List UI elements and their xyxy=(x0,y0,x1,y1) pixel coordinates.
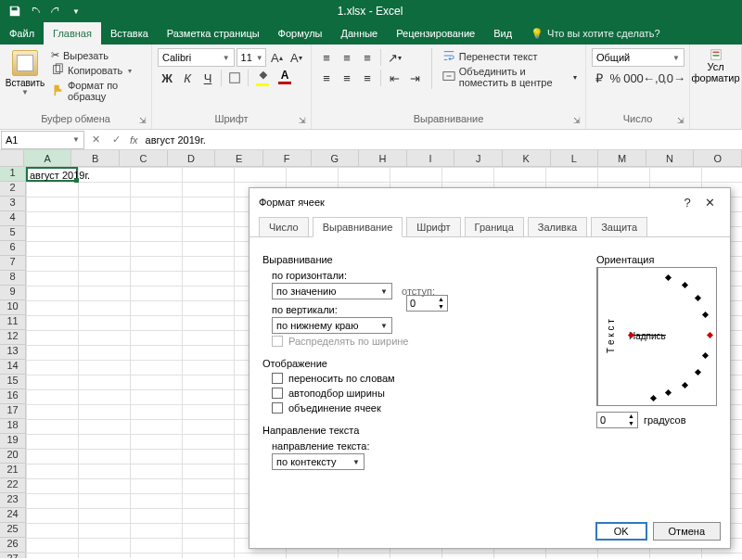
close-button[interactable]: ✕ xyxy=(698,196,721,210)
cancel-edit-icon[interactable]: ✕ xyxy=(85,134,106,146)
row-header[interactable]: 24 xyxy=(0,508,26,523)
align-middle-button[interactable]: ≡ xyxy=(338,48,356,67)
orientation-vertical-text[interactable]: Т е к с т xyxy=(597,268,623,405)
row-header[interactable]: 25 xyxy=(0,523,26,538)
row-header[interactable]: 1 xyxy=(0,167,26,182)
formula-input[interactable] xyxy=(142,134,742,146)
tab-font[interactable]: Шрифт xyxy=(406,217,460,237)
customize-qat-icon[interactable]: ▼ xyxy=(67,3,85,19)
bold-button[interactable]: Ж xyxy=(158,69,176,87)
increase-decimal-button[interactable]: ←,0 xyxy=(645,69,663,87)
col-header-o[interactable]: O xyxy=(694,150,742,166)
tab-file[interactable]: Файл xyxy=(0,22,44,45)
row-header[interactable]: 12 xyxy=(0,330,26,345)
tab-review[interactable]: Рецензирование xyxy=(387,22,484,45)
row-header[interactable]: 11 xyxy=(0,315,26,330)
spin-up-icon[interactable]: ▲ xyxy=(625,413,637,420)
row-header[interactable]: 16 xyxy=(0,389,26,404)
row-header[interactable]: 19 xyxy=(0,434,26,449)
col-header-f[interactable]: F xyxy=(263,150,312,166)
percent-format-button[interactable]: % xyxy=(608,69,623,87)
row-header[interactable]: 22 xyxy=(0,478,26,493)
font-dialog-launcher[interactable]: ⇲ xyxy=(297,115,308,126)
increase-indent-button[interactable]: ⇥ xyxy=(405,69,424,87)
paste-button[interactable]: Вставить ▼ xyxy=(6,48,45,103)
row-header[interactable]: 15 xyxy=(0,375,26,389)
orientation-dial[interactable]: Надпись xyxy=(623,268,716,405)
align-bottom-button[interactable]: ≡ xyxy=(358,48,377,67)
undo-icon[interactable] xyxy=(26,3,45,19)
align-top-button[interactable]: ≡ xyxy=(317,48,336,67)
tab-home[interactable]: Главная xyxy=(44,22,101,45)
row-header[interactable]: 2 xyxy=(0,182,26,197)
col-header-k[interactable]: K xyxy=(503,150,551,166)
tab-insert[interactable]: Вставка xyxy=(101,22,158,45)
row-header[interactable]: 3 xyxy=(0,197,26,211)
decrease-decimal-button[interactable]: ,0→ xyxy=(665,69,684,87)
tab-number[interactable]: Число xyxy=(259,217,309,237)
col-header-l[interactable]: L xyxy=(551,150,599,166)
col-header-n[interactable]: N xyxy=(646,150,695,166)
col-header-e[interactable]: E xyxy=(215,150,263,166)
cancel-button[interactable]: Отмена xyxy=(653,522,721,541)
align-right-button[interactable]: ≡ xyxy=(358,69,377,87)
font-family-combo[interactable]: Calibri▼ xyxy=(158,48,235,67)
fx-icon[interactable]: fx xyxy=(126,134,142,146)
shrink-fit-checkbox[interactable]: автоподбор ширины xyxy=(262,386,596,401)
row-header[interactable]: 20 xyxy=(0,449,26,464)
row-header[interactable]: 6 xyxy=(0,241,26,256)
clipboard-dialog-launcher[interactable]: ⇲ xyxy=(137,115,148,126)
col-header-h[interactable]: H xyxy=(359,150,407,166)
cell-a1[interactable]: август 2019г. xyxy=(26,167,78,182)
select-all-corner[interactable] xyxy=(0,150,24,167)
cut-button[interactable]: ✂Вырезать xyxy=(48,48,146,62)
increase-font-button[interactable]: A▴ xyxy=(268,48,286,67)
accounting-format-button[interactable]: ₽ xyxy=(592,69,607,87)
row-header[interactable]: 27 xyxy=(0,553,26,558)
col-header-c[interactable]: C xyxy=(120,150,168,166)
col-header-d[interactable]: D xyxy=(168,150,216,166)
orientation-button[interactable]: ↗▾ xyxy=(385,48,403,67)
orientation-control[interactable]: Т е к с т Надпись xyxy=(596,267,717,406)
text-direction-combo[interactable]: по контексту▼ xyxy=(272,453,365,470)
tab-border[interactable]: Граница xyxy=(465,217,524,237)
merge-cells-checkbox[interactable]: объединение ячеек xyxy=(262,401,596,415)
help-button[interactable]: ? xyxy=(676,196,698,210)
degrees-spinner[interactable]: ▲▼ xyxy=(596,412,638,428)
align-left-button[interactable]: ≡ xyxy=(317,69,336,87)
row-header[interactable]: 5 xyxy=(0,226,26,241)
tab-page-layout[interactable]: Разметка страницы xyxy=(158,22,269,45)
row-header[interactable]: 21 xyxy=(0,464,26,478)
spin-up-icon[interactable]: ▲ xyxy=(435,296,447,303)
indent-value[interactable] xyxy=(407,298,435,309)
save-icon[interactable] xyxy=(6,3,24,19)
row-header[interactable]: 9 xyxy=(0,286,26,300)
col-header-g[interactable]: G xyxy=(312,150,360,166)
row-header[interactable]: 18 xyxy=(0,419,26,434)
italic-button[interactable]: К xyxy=(178,69,197,87)
font-size-combo[interactable]: 11▼ xyxy=(237,48,266,67)
row-header[interactable]: 10 xyxy=(0,300,26,315)
font-color-button[interactable]: A xyxy=(275,69,295,87)
tab-formulas[interactable]: Формулы xyxy=(269,22,332,45)
row-header[interactable]: 23 xyxy=(0,493,26,508)
alignment-dialog-launcher[interactable]: ⇲ xyxy=(571,115,582,126)
align-center-button[interactable]: ≡ xyxy=(338,69,356,87)
tab-fill[interactable]: Заливка xyxy=(528,217,587,237)
number-format-combo[interactable]: Общий▼ xyxy=(592,48,684,67)
underline-button[interactable]: Ч xyxy=(198,69,217,87)
number-dialog-launcher[interactable]: ⇲ xyxy=(675,115,686,126)
borders-button[interactable] xyxy=(225,69,244,87)
name-box[interactable]: A1▼ xyxy=(1,131,84,149)
fill-color-button[interactable] xyxy=(252,69,273,87)
row-header[interactable]: 8 xyxy=(0,271,26,286)
col-header-j[interactable]: J xyxy=(454,150,503,166)
copy-button[interactable]: Копировать▾ xyxy=(48,62,146,79)
wrap-text-checkbox[interactable]: переносить по словам xyxy=(262,371,596,386)
ok-button[interactable]: OK xyxy=(595,522,647,541)
fill-handle[interactable] xyxy=(74,178,79,183)
horizontal-combo[interactable]: по значению▼ xyxy=(272,283,392,299)
row-header[interactable]: 14 xyxy=(0,360,26,375)
vertical-combo[interactable]: по нижнему краю▼ xyxy=(272,317,392,334)
indent-spinner[interactable]: ▲▼ xyxy=(406,295,448,312)
